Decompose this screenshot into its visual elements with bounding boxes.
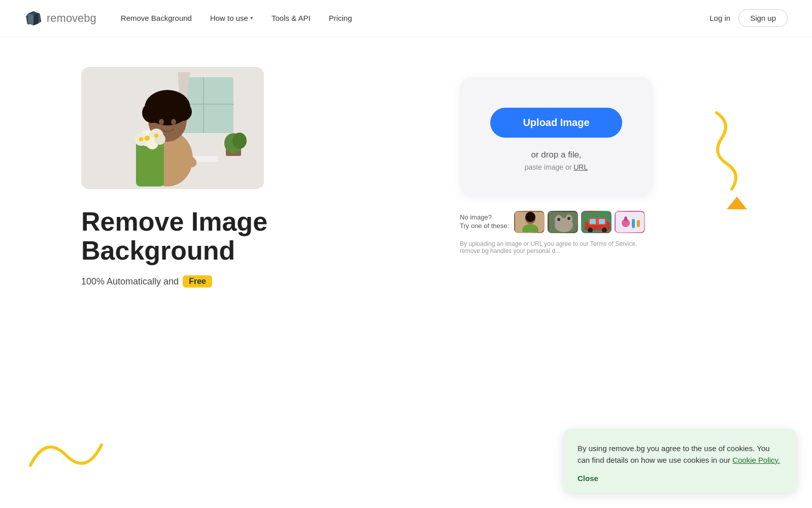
svg-point-23 [159,119,164,125]
svg-rect-8 [203,77,204,133]
svg-point-24 [171,119,176,125]
sample-thumb-car[interactable] [581,211,612,233]
cookie-close-button[interactable]: Close [578,474,598,483]
svg-point-21 [152,96,168,112]
sample-row: No image? Try one of these: [460,211,653,233]
svg-rect-9 [183,104,233,105]
svg-point-56 [624,216,627,221]
hero-scene-svg [81,67,264,189]
svg-point-33 [139,137,143,141]
svg-point-44 [567,217,570,220]
svg-marker-4 [28,13,33,25]
svg-rect-52 [616,212,645,233]
decoration-bottom-left [20,425,112,488]
svg-point-43 [557,218,560,221]
svg-rect-7 [183,77,233,133]
nav-actions: Log in Sign up [709,9,788,27]
svg-point-51 [602,228,607,233]
drop-text: or drop a file, [531,150,581,160]
svg-point-12 [232,133,247,149]
decoration-top-right [671,108,762,211]
logo[interactable]: removebg [24,9,96,27]
sample-thumb-person[interactable] [514,211,545,233]
hero-section: Remove Image Background 100% Automatical… [81,67,325,288]
cookie-banner: By using remove.bg you agree to the use … [563,429,797,493]
url-link[interactable]: URL [573,163,588,171]
logo-icon [24,9,43,27]
sample-thumb-animal[interactable] [548,211,578,233]
upload-section: Upload Image or drop a file, paste image… [325,67,788,255]
sample-label: No image? Try one of these: [460,213,509,231]
nav-links: Remove Background How to use ▾ Tools & A… [121,14,709,22]
free-badge: Free [183,275,212,288]
svg-rect-55 [637,220,640,227]
nav-tools-api[interactable]: Tools & API [272,14,311,22]
hero-subtitle: 100% Automatically and Free [81,275,325,288]
navigation: removebg Remove Background How to use ▾ … [0,0,812,37]
signup-button[interactable]: Sign up [738,9,788,27]
nav-how-to-use[interactable]: How to use ▾ [210,14,253,22]
hero-image [81,67,264,189]
svg-marker-5 [33,13,39,25]
svg-point-31 [145,136,150,141]
sample-images [514,211,645,233]
logo-text: removebg [47,12,96,25]
svg-rect-54 [632,219,635,228]
hero-image-background [81,67,264,189]
cookie-text: By using remove.bg you agree to the use … [578,443,783,466]
paste-text: paste image or URL [525,163,588,171]
svg-marker-34 [727,197,747,209]
svg-point-32 [154,134,158,138]
disclaimer-text: By uploading an image or URL you agree t… [460,240,653,255]
upload-image-button[interactable]: Upload Image [490,108,622,138]
cookie-policy-link[interactable]: Cookie Policy. [732,456,780,464]
svg-rect-48 [590,219,596,224]
svg-point-50 [588,228,593,233]
upload-card: Upload Image or drop a file, paste image… [460,77,653,197]
chevron-down-icon: ▾ [250,15,253,21]
svg-rect-49 [599,219,605,224]
svg-point-38 [525,212,535,222]
nav-pricing[interactable]: Pricing [329,14,352,22]
login-button[interactable]: Log in [709,14,730,22]
nav-remove-background[interactable]: Remove Background [121,14,192,22]
svg-point-22 [166,94,181,109]
sample-thumb-product[interactable] [615,211,645,233]
hero-title: Remove Image Background [81,207,325,265]
